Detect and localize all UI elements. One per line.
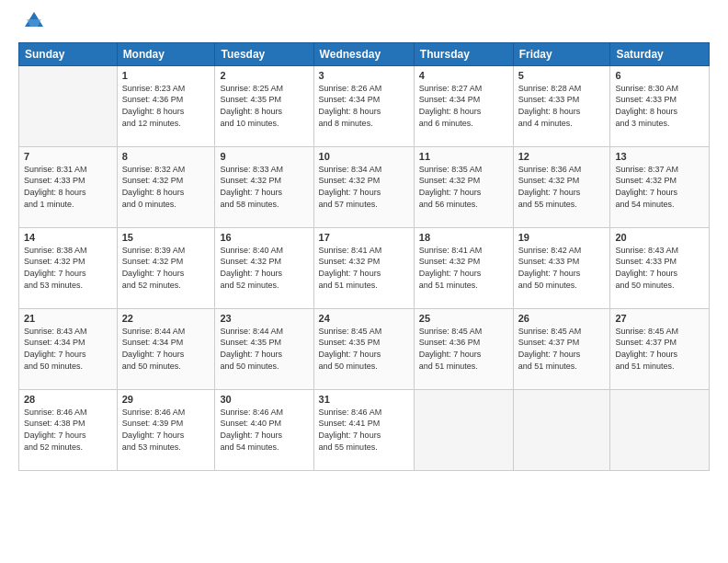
- day-number: 28: [24, 394, 112, 405]
- day-info: Sunrise: 8:44 AM Sunset: 4:35 PM Dayligh…: [220, 326, 308, 372]
- day-info: Sunrise: 8:41 AM Sunset: 4:32 PM Dayligh…: [419, 245, 508, 291]
- calendar-cell: [513, 389, 610, 470]
- calendar-cell: [610, 389, 710, 470]
- day-info: Sunrise: 8:25 AM Sunset: 4:35 PM Dayligh…: [220, 83, 308, 129]
- day-info: Sunrise: 8:44 AM Sunset: 4:34 PM Dayligh…: [122, 326, 210, 372]
- calendar-header-row: SundayMondayTuesdayWednesdayThursdayFrid…: [19, 42, 710, 65]
- calendar-cell: [19, 65, 118, 146]
- day-number: 17: [319, 232, 409, 243]
- day-info: Sunrise: 8:45 AM Sunset: 4:35 PM Dayligh…: [319, 326, 409, 372]
- day-number: 24: [319, 313, 409, 324]
- calendar-cell: 13Sunrise: 8:37 AM Sunset: 4:32 PM Dayli…: [610, 146, 710, 227]
- calendar-cell: 1Sunrise: 8:23 AM Sunset: 4:36 PM Daylig…: [117, 65, 215, 146]
- day-number: 5: [518, 70, 606, 81]
- day-number: 20: [615, 232, 704, 243]
- calendar-cell: 23Sunrise: 8:44 AM Sunset: 4:35 PM Dayli…: [215, 308, 313, 389]
- day-number: 30: [220, 394, 308, 405]
- day-info: Sunrise: 8:30 AM Sunset: 4:33 PM Dayligh…: [615, 83, 704, 129]
- logo: [18, 15, 47, 33]
- calendar-cell: 8Sunrise: 8:32 AM Sunset: 4:32 PM Daylig…: [117, 146, 215, 227]
- day-info: Sunrise: 8:31 AM Sunset: 4:33 PM Dayligh…: [24, 164, 112, 210]
- day-number: 13: [615, 151, 704, 162]
- day-number: 21: [24, 313, 112, 324]
- calendar-cell: 30Sunrise: 8:46 AM Sunset: 4:40 PM Dayli…: [215, 389, 313, 470]
- day-info: Sunrise: 8:23 AM Sunset: 4:36 PM Dayligh…: [122, 83, 210, 129]
- calendar: SundayMondayTuesdayWednesdayThursdayFrid…: [18, 42, 710, 471]
- weekday-header-monday: Monday: [117, 42, 215, 65]
- day-number: 26: [518, 313, 606, 324]
- day-info: Sunrise: 8:34 AM Sunset: 4:32 PM Dayligh…: [319, 164, 409, 210]
- day-info: Sunrise: 8:33 AM Sunset: 4:32 PM Dayligh…: [220, 164, 308, 210]
- calendar-cell: 15Sunrise: 8:39 AM Sunset: 4:32 PM Dayli…: [117, 227, 215, 308]
- day-info: Sunrise: 8:45 AM Sunset: 4:37 PM Dayligh…: [615, 326, 704, 372]
- calendar-cell: 16Sunrise: 8:40 AM Sunset: 4:32 PM Dayli…: [215, 227, 313, 308]
- day-number: 27: [615, 313, 704, 324]
- calendar-cell: 9Sunrise: 8:33 AM Sunset: 4:32 PM Daylig…: [215, 146, 313, 227]
- calendar-cell: 22Sunrise: 8:44 AM Sunset: 4:34 PM Dayli…: [117, 308, 215, 389]
- weekday-header-thursday: Thursday: [414, 42, 513, 65]
- day-number: 31: [319, 394, 409, 405]
- calendar-cell: 4Sunrise: 8:27 AM Sunset: 4:34 PM Daylig…: [414, 65, 513, 146]
- calendar-week-row: 1Sunrise: 8:23 AM Sunset: 4:36 PM Daylig…: [19, 65, 710, 146]
- day-number: 22: [122, 313, 210, 324]
- day-number: 25: [419, 313, 508, 324]
- day-number: 29: [122, 394, 210, 405]
- calendar-cell: 10Sunrise: 8:34 AM Sunset: 4:32 PM Dayli…: [313, 146, 414, 227]
- calendar-cell: 18Sunrise: 8:41 AM Sunset: 4:32 PM Dayli…: [414, 227, 513, 308]
- day-number: 12: [518, 151, 606, 162]
- calendar-cell: 2Sunrise: 8:25 AM Sunset: 4:35 PM Daylig…: [215, 65, 313, 146]
- calendar-cell: 31Sunrise: 8:46 AM Sunset: 4:41 PM Dayli…: [313, 389, 414, 470]
- weekday-header-tuesday: Tuesday: [215, 42, 313, 65]
- calendar-cell: 17Sunrise: 8:41 AM Sunset: 4:32 PM Dayli…: [313, 227, 414, 308]
- weekday-header-friday: Friday: [513, 42, 610, 65]
- calendar-cell: 11Sunrise: 8:35 AM Sunset: 4:32 PM Dayli…: [414, 146, 513, 227]
- day-number: 1: [122, 70, 210, 81]
- weekday-header-wednesday: Wednesday: [313, 42, 414, 65]
- calendar-week-row: 14Sunrise: 8:38 AM Sunset: 4:32 PM Dayli…: [19, 227, 710, 308]
- header: [18, 15, 710, 33]
- weekday-header-sunday: Sunday: [19, 42, 118, 65]
- day-number: 11: [419, 151, 508, 162]
- day-info: Sunrise: 8:46 AM Sunset: 4:41 PM Dayligh…: [319, 407, 409, 453]
- day-number: 8: [122, 151, 210, 162]
- page: SundayMondayTuesdayWednesdayThursdayFrid…: [0, 0, 728, 563]
- calendar-cell: 27Sunrise: 8:45 AM Sunset: 4:37 PM Dayli…: [610, 308, 710, 389]
- calendar-cell: 19Sunrise: 8:42 AM Sunset: 4:33 PM Dayli…: [513, 227, 610, 308]
- day-info: Sunrise: 8:32 AM Sunset: 4:32 PM Dayligh…: [122, 164, 210, 210]
- day-info: Sunrise: 8:35 AM Sunset: 4:32 PM Dayligh…: [419, 164, 508, 210]
- calendar-cell: 24Sunrise: 8:45 AM Sunset: 4:35 PM Dayli…: [313, 308, 414, 389]
- day-info: Sunrise: 8:46 AM Sunset: 4:38 PM Dayligh…: [24, 407, 112, 453]
- logo-icon: [21, 6, 47, 32]
- day-number: 14: [24, 232, 112, 243]
- day-number: 2: [220, 70, 308, 81]
- day-info: Sunrise: 8:42 AM Sunset: 4:33 PM Dayligh…: [518, 245, 606, 291]
- day-number: 15: [122, 232, 210, 243]
- calendar-cell: [414, 389, 513, 470]
- day-info: Sunrise: 8:36 AM Sunset: 4:32 PM Dayligh…: [518, 164, 606, 210]
- calendar-cell: 6Sunrise: 8:30 AM Sunset: 4:33 PM Daylig…: [610, 65, 710, 146]
- day-info: Sunrise: 8:37 AM Sunset: 4:32 PM Dayligh…: [615, 164, 704, 210]
- day-info: Sunrise: 8:46 AM Sunset: 4:39 PM Dayligh…: [122, 407, 210, 453]
- day-number: 16: [220, 232, 308, 243]
- day-info: Sunrise: 8:26 AM Sunset: 4:34 PM Dayligh…: [319, 83, 409, 129]
- calendar-cell: 20Sunrise: 8:43 AM Sunset: 4:33 PM Dayli…: [610, 227, 710, 308]
- calendar-cell: 12Sunrise: 8:36 AM Sunset: 4:32 PM Dayli…: [513, 146, 610, 227]
- day-info: Sunrise: 8:43 AM Sunset: 4:33 PM Dayligh…: [615, 245, 704, 291]
- calendar-cell: 14Sunrise: 8:38 AM Sunset: 4:32 PM Dayli…: [19, 227, 118, 308]
- calendar-week-row: 28Sunrise: 8:46 AM Sunset: 4:38 PM Dayli…: [19, 389, 710, 470]
- day-info: Sunrise: 8:28 AM Sunset: 4:33 PM Dayligh…: [518, 83, 606, 129]
- day-number: 19: [518, 232, 606, 243]
- day-number: 6: [615, 70, 704, 81]
- day-info: Sunrise: 8:40 AM Sunset: 4:32 PM Dayligh…: [220, 245, 308, 291]
- calendar-cell: 21Sunrise: 8:43 AM Sunset: 4:34 PM Dayli…: [19, 308, 118, 389]
- day-number: 10: [319, 151, 409, 162]
- calendar-cell: 26Sunrise: 8:45 AM Sunset: 4:37 PM Dayli…: [513, 308, 610, 389]
- day-info: Sunrise: 8:38 AM Sunset: 4:32 PM Dayligh…: [24, 245, 112, 291]
- day-info: Sunrise: 8:46 AM Sunset: 4:40 PM Dayligh…: [220, 407, 308, 453]
- day-number: 3: [319, 70, 409, 81]
- day-info: Sunrise: 8:41 AM Sunset: 4:32 PM Dayligh…: [319, 245, 409, 291]
- calendar-cell: 28Sunrise: 8:46 AM Sunset: 4:38 PM Dayli…: [19, 389, 118, 470]
- day-info: Sunrise: 8:39 AM Sunset: 4:32 PM Dayligh…: [122, 245, 210, 291]
- day-number: 4: [419, 70, 508, 81]
- day-number: 23: [220, 313, 308, 324]
